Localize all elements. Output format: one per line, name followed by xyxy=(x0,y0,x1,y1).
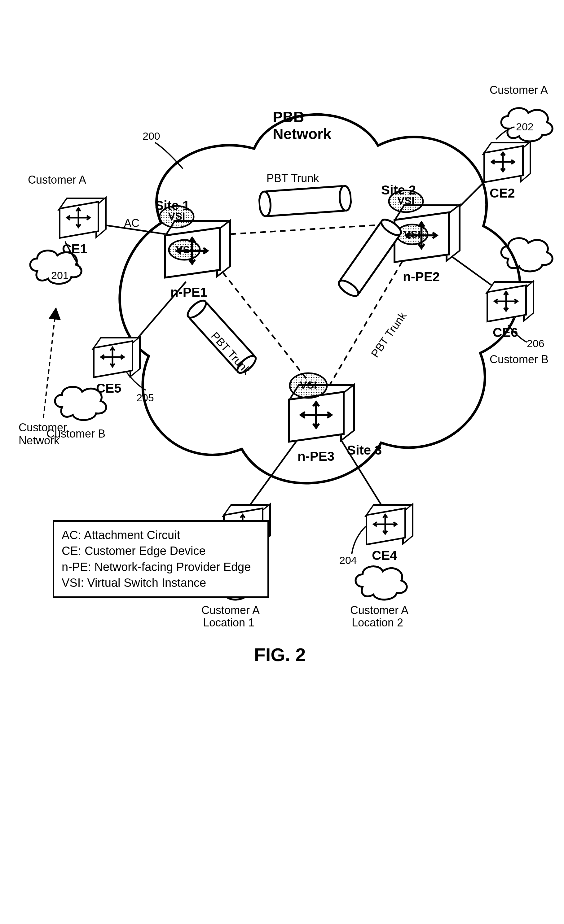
customer-b-label-ce6: Customer B xyxy=(490,353,549,366)
site3-label: Site 3 xyxy=(347,443,382,458)
ce3-loc: Location 1 xyxy=(203,616,254,629)
legend-npe: n-PE: Network-facing Provider Edge xyxy=(62,559,260,575)
legend-ce: CE: Customer Edge Device xyxy=(62,543,260,559)
legend-vsi: VSI: Virtual Switch Instance xyxy=(62,575,260,591)
vsi-npe1-b: VSI xyxy=(167,238,202,262)
ce6-name: CE6 xyxy=(493,325,518,340)
vsi-npe3: VSI xyxy=(288,372,328,399)
ce6-router xyxy=(487,279,533,325)
ref-202: 202 xyxy=(516,121,534,133)
customer-cloud-ce4 xyxy=(350,557,412,604)
npe2-name: n-PE2 xyxy=(403,269,440,284)
pbb-network-label: PBB Network xyxy=(273,108,331,142)
ce4-loc: Location 2 xyxy=(352,616,403,629)
ce2-router xyxy=(483,140,530,186)
ce5-router xyxy=(93,334,140,381)
svg-rect-12 xyxy=(264,186,346,216)
ce3-cust: Customer A xyxy=(202,604,260,617)
ref-205: 205 xyxy=(136,392,154,404)
ce4-cust: Customer A xyxy=(350,604,408,617)
legend-box: AC: Attachment Circuit CE: Customer Edge… xyxy=(53,520,269,598)
ref-200: 200 xyxy=(143,130,160,142)
diagram-canvas: PBB Network 200 Customer A CE1 201 AC Cu… xyxy=(0,0,564,924)
ce5-name: CE5 xyxy=(96,381,122,396)
npe3-name: n-PE3 xyxy=(298,449,334,464)
customer-network-note: Customer Network xyxy=(19,421,67,447)
ref-201: 201 xyxy=(51,269,69,282)
ref-206: 206 xyxy=(527,338,544,350)
svg-line-5 xyxy=(248,440,298,508)
vsi-npe2-a: VSI xyxy=(387,189,424,214)
legend-ac: AC: Attachment Circuit xyxy=(62,527,260,543)
vsi-npe1-a: VSI xyxy=(158,204,195,229)
ce1-name: CE1 xyxy=(62,242,87,256)
ce4-router xyxy=(365,502,412,548)
figure-caption: FIG. 2 xyxy=(254,644,306,666)
ac-label: AC xyxy=(124,217,140,230)
ref-204: 204 xyxy=(339,554,357,566)
customer-a-label-ce1: Customer A xyxy=(28,173,86,186)
ce4-name: CE4 xyxy=(372,548,397,563)
customer-cloud-ce6 xyxy=(496,229,558,276)
ce2-name: CE2 xyxy=(490,186,515,201)
trunk12-label: PBT Trunk xyxy=(266,172,319,185)
customer-a-label-ce2: Customer A xyxy=(490,84,548,97)
ce1-router xyxy=(59,195,105,242)
